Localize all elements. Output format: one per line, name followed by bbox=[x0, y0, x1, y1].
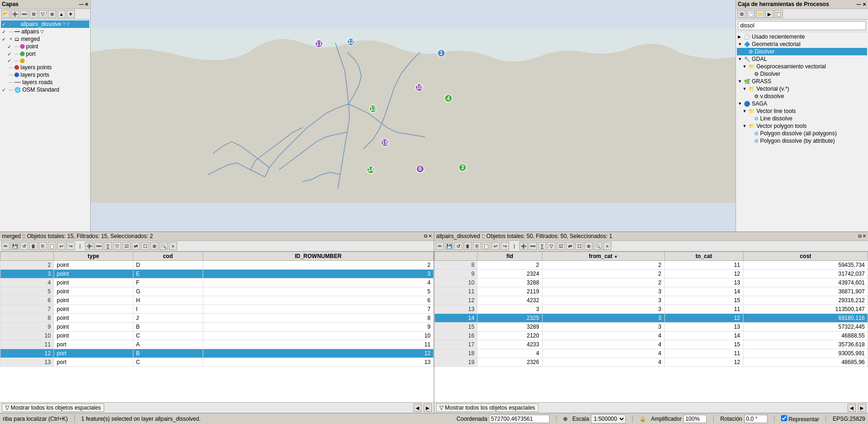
layer-check[interactable] bbox=[2, 65, 7, 70]
toolbox-btn5[interactable]: 📋 bbox=[775, 10, 783, 18]
col-to-cat[interactable]: to_cat bbox=[664, 252, 743, 261]
layer-expand[interactable]: — bbox=[9, 65, 13, 70]
layer-up-btn[interactable]: ▲ bbox=[57, 10, 66, 18]
layer-expand[interactable]: — bbox=[14, 52, 19, 56]
layer-check[interactable]: ✓ bbox=[7, 58, 13, 63]
tree-item-saga[interactable]: ▼ 🔵 SAGA bbox=[737, 100, 867, 107]
col-from-cat[interactable]: from_cat ▼ bbox=[542, 252, 664, 261]
paste-btn2[interactable]: 📋 bbox=[482, 242, 490, 250]
delete-btn[interactable]: 🗑 bbox=[29, 242, 38, 250]
layer-expand[interactable]: — bbox=[9, 29, 13, 34]
layer-check[interactable] bbox=[2, 80, 7, 85]
remove-feature-btn[interactable]: ➖ bbox=[94, 242, 103, 250]
toolbox-btn4[interactable]: ▶ bbox=[765, 10, 774, 18]
table-row[interactable]: 14 2325 3 12 69180,116 bbox=[435, 314, 868, 323]
toolbox-minimize[interactable]: — bbox=[856, 2, 861, 7]
layer-check[interactable]: ✓ bbox=[2, 22, 7, 27]
table-row[interactable]: 9 point B 9 bbox=[0, 323, 434, 331]
tree-item-vector-line-tools[interactable]: ▼ 📁 Vector line tools bbox=[737, 107, 867, 115]
more-btn[interactable]: » bbox=[169, 242, 177, 250]
save-btn[interactable]: 💾 bbox=[11, 242, 19, 250]
add-feature-btn[interactable]: ➕ bbox=[85, 242, 93, 250]
remove-feature-btn2[interactable]: ➖ bbox=[529, 242, 537, 250]
layer-item-unnamed[interactable]: ✓ — bbox=[1, 58, 89, 64]
table-row[interactable]: 3 point E 3 bbox=[0, 270, 434, 278]
amplifier-input[interactable] bbox=[683, 415, 707, 423]
table-container-merged[interactable]: type cod ID_ROWNUMBER 2 point D 2 3 poin… bbox=[0, 252, 434, 402]
layer-crs-btn[interactable]: ⊕ bbox=[48, 10, 56, 18]
pan-to-sel-btn[interactable]: ⊕ bbox=[150, 242, 159, 250]
tree-item-disolver-selected[interactable]: ⚙ Disolver bbox=[737, 48, 867, 55]
table-row[interactable]: 8 2 2 11 59435,734 bbox=[435, 261, 868, 270]
tree-item-vectorial-v[interactable]: ▼ 📁 Vectorial (v.*) bbox=[737, 85, 867, 93]
tree-item-usado-recientemente[interactable]: ▶ 🕐 Usado recientemente bbox=[737, 33, 867, 40]
layer-item-merged[interactable]: ✓ ▼ 🗂 merged bbox=[1, 35, 89, 43]
toolbox-btn1[interactable]: ⚙ bbox=[737, 10, 746, 18]
deselect-btn2[interactable]: ☐ bbox=[575, 242, 583, 250]
select-all-btn[interactable]: ☑ bbox=[122, 242, 131, 250]
add-layer-btn[interactable]: ➕ bbox=[11, 10, 19, 18]
toolbox-close[interactable]: ✕ bbox=[862, 2, 866, 7]
layer-check[interactable] bbox=[2, 73, 7, 78]
table-row[interactable]: 2 point D 2 bbox=[0, 261, 434, 270]
more-btn2[interactable]: » bbox=[603, 242, 611, 250]
col-cost[interactable]: cost bbox=[743, 252, 868, 261]
table-row[interactable]: 19 2326 4 12 48685,96 bbox=[435, 358, 868, 367]
layer-check[interactable]: ✓ bbox=[7, 44, 13, 49]
invert-selection-btn[interactable]: ⇄ bbox=[132, 242, 140, 250]
layer-expand[interactable]: — bbox=[9, 87, 13, 92]
table-row[interactable]: 15 3289 3 13 57322,445 bbox=[435, 323, 868, 331]
edit-btn2[interactable]: ✏ bbox=[436, 242, 444, 250]
coordinate-input[interactable] bbox=[489, 415, 550, 423]
layer-item-layers-roads[interactable]: — layers roads bbox=[1, 79, 89, 86]
table-row[interactable]: 10 3288 2 13 43974,601 bbox=[435, 278, 868, 287]
tree-item-gdal[interactable]: ▼ 🔧 GDAL bbox=[737, 55, 867, 63]
refresh-btn[interactable]: ↺ bbox=[20, 242, 28, 250]
table-row[interactable]: 13 3 3 11 113500,147 bbox=[435, 305, 868, 314]
undo-btn[interactable]: ↩ bbox=[57, 242, 66, 250]
filter-layer-btn[interactable]: ▽ bbox=[39, 10, 47, 18]
table-row[interactable]: 11 port A 11 bbox=[0, 340, 434, 349]
layer-item-osm[interactable]: ✓ — 🌐 OSM Standard bbox=[1, 86, 89, 93]
show-all-spatial-btn-left[interactable]: ▽ Mostrar todos los objetos espaciales bbox=[2, 404, 104, 412]
table-close[interactable]: ✕ bbox=[428, 233, 432, 239]
redo-btn[interactable]: ↪ bbox=[66, 242, 75, 250]
layer-properties-btn[interactable]: ⚙ bbox=[29, 10, 38, 18]
table-minimize[interactable]: ⧉ bbox=[424, 233, 427, 239]
table-row[interactable]: 7 point I 7 bbox=[0, 305, 434, 314]
pan-to-sel-btn2[interactable]: ⊕ bbox=[584, 242, 593, 250]
tree-item-v-dissolve[interactable]: ⚙ v.dissolve bbox=[737, 93, 867, 100]
save-btn2[interactable]: 💾 bbox=[445, 242, 453, 250]
edit-btn[interactable]: ✏ bbox=[1, 242, 10, 250]
toolbox-btn2[interactable]: 🕐 bbox=[747, 10, 755, 18]
copy-btn[interactable]: ⎘ bbox=[39, 242, 47, 250]
table-row[interactable]: 12 4232 3 15 29316,212 bbox=[435, 296, 868, 305]
layer-item-allpairs[interactable]: ✓ — allpairs ▽ bbox=[1, 28, 89, 35]
layer-item-layers-ports[interactable]: — layers ports bbox=[1, 71, 89, 79]
table-minimize2[interactable]: ⧉ bbox=[858, 233, 861, 239]
layer-check[interactable]: ✓ bbox=[2, 87, 7, 93]
table-row[interactable]: 13 port C 13 bbox=[0, 358, 434, 367]
add-feature-btn2[interactable]: ➕ bbox=[519, 242, 528, 250]
col-id-rownumber[interactable]: ID_ROWNUMBER bbox=[203, 252, 433, 261]
zoom-to-sel-btn[interactable]: 🔍 bbox=[159, 242, 168, 250]
table-row[interactable]: 16 2120 4 14 46888,55 bbox=[435, 331, 868, 340]
paste-btn[interactable]: 📋 bbox=[48, 242, 56, 250]
layer-expand[interactable]: ▼ bbox=[9, 37, 13, 41]
map-area[interactable]: 1 11 12 4 10 13 15 6 3 bbox=[91, 0, 735, 232]
table-close2[interactable]: ✕ bbox=[862, 233, 866, 239]
tree-item-geometria-vectorial[interactable]: ▼ 🔷 Geometría vectorial bbox=[737, 40, 867, 48]
layer-item-point[interactable]: ✓ — point bbox=[1, 43, 89, 50]
table-row[interactable]: 11 2119 3 14 36871,907 bbox=[435, 287, 868, 296]
represent-checkbox[interactable] bbox=[781, 415, 787, 421]
table-row[interactable]: 9 2324 2 12 31742,037 bbox=[435, 270, 868, 278]
col-fid[interactable]: fid bbox=[477, 252, 542, 261]
layer-item-allpairs-dissolve[interactable]: ✓ ▶ allpairs_dissolve ? ▽ bbox=[1, 20, 89, 28]
select-all-btn2[interactable]: ☑ bbox=[557, 242, 565, 250]
table-row[interactable]: 12 port B 12 bbox=[0, 349, 434, 358]
tree-item-polygon-dissolve-attr[interactable]: ⚙ Polygon dissolve (by attribute) bbox=[737, 137, 867, 145]
table-row[interactable]: 18 4 4 11 93005,991 bbox=[435, 349, 868, 358]
layer-expand[interactable]: ▶ bbox=[9, 22, 12, 26]
invert-selection-btn2[interactable]: ⇄ bbox=[566, 242, 574, 250]
filter-btn[interactable]: ▽ bbox=[113, 242, 121, 250]
